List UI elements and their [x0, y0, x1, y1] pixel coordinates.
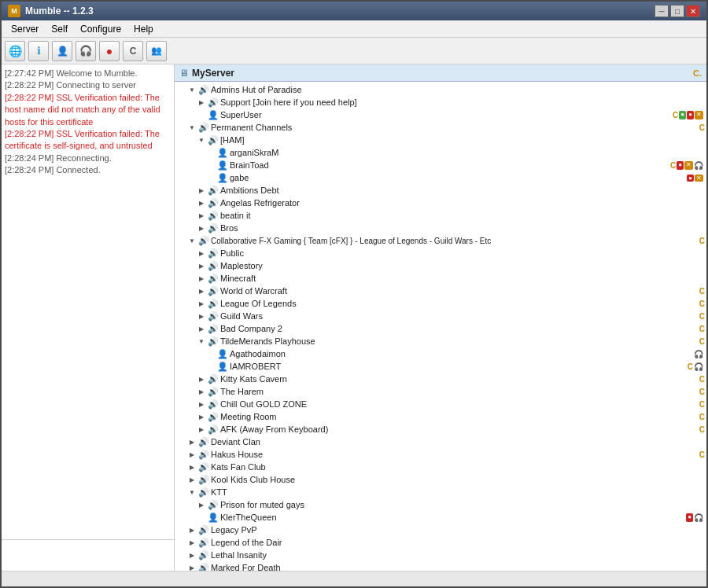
channel-ktt[interactable]: ▼ 🔊 KTT — [175, 486, 706, 498]
server-panel: 🖥 MyServer C. ▼ 🔊 Admins Hut of Paradise… — [175, 64, 706, 571]
globe-button[interactable]: 🌐 — [5, 41, 25, 61]
user-label: arganiSkraM — [230, 148, 705, 157]
channel-support[interactable]: ▶ 🔊 Support [Join here if you need help] — [175, 96, 706, 108]
channel-wow[interactable]: ▶ 🔊 World of Warcraft C — [175, 285, 706, 297]
channel-maplestory[interactable]: ▶ 🔊 Maplestory — [175, 259, 706, 272]
channel-label: Deviant Clan — [211, 437, 705, 447]
chat-input-area[interactable] — [2, 539, 174, 571]
expand-icon: ▶ — [197, 324, 206, 333]
channel-bros[interactable]: ▶ 🔊 Bros — [175, 222, 706, 234]
expand-icon: ▶ — [187, 538, 197, 547]
channel-label: Bad Company 2 — [220, 324, 699, 333]
user-braintoad[interactable]: 👤 BrainToad C ● ✕ 🎧 — [175, 159, 706, 171]
channel-label: TildeMerands Playhouse — [220, 336, 699, 346]
channel-label: Marked For Death — [211, 563, 705, 571]
channel-ham[interactable]: ▼ 🔊 [HAM] — [175, 134, 706, 146]
menu-self[interactable]: Self — [45, 22, 74, 36]
server-tree[interactable]: ▼ 🔊 Admins Hut of Paradise ▶ 🔊 Support [… — [175, 82, 706, 571]
status-bar — [2, 571, 706, 586]
channel-label: Maplestory — [220, 261, 705, 270]
channel-label: Prison for muted gays — [220, 500, 705, 509]
expand-icon: ▶ — [187, 475, 197, 484]
user-label: KlerTheQueen — [220, 513, 686, 522]
menu-server[interactable]: Server — [5, 22, 45, 36]
expand-icon: ▶ — [197, 424, 206, 434]
channel-label: Support [Join here if you need help] — [220, 97, 705, 107]
channel-permanent[interactable]: ▼ 🔊 Permanent Channels C — [175, 121, 706, 134]
channel-minecraft[interactable]: ▶ 🔊 Minecraft — [175, 272, 706, 285]
window-title: Mumble -- 1.2.3 — [25, 6, 94, 17]
channel-lol[interactable]: ▶ 🔊 League Of Legends C — [175, 297, 706, 310]
channel-label: Chill Out GOLD ZONE — [220, 399, 699, 409]
expand-icon: ▼ — [187, 85, 197, 94]
channel-afk[interactable]: ▶ 🔊 AFK (Away From Keyboard) C — [175, 423, 706, 435]
maximize-button[interactable]: □ — [670, 5, 684, 17]
channel-label: Legend of the Dair — [211, 538, 705, 547]
channel-admins-hut[interactable]: ▼ 🔊 Admins Hut of Paradise — [175, 83, 706, 96]
channel-angelas[interactable]: ▶ 🔊 Angelas Refrigerator — [175, 197, 706, 209]
menu-configure[interactable]: Configure — [74, 22, 127, 36]
channel-ambitions[interactable]: ▶ 🔊 Ambitions Debt — [175, 184, 706, 197]
channel-kittykats[interactable]: ▶ 🔊 Kitty Kats Cavern C — [175, 373, 706, 385]
channel-theharem[interactable]: ▶ 🔊 The Harem C — [175, 385, 706, 398]
info-button[interactable]: ℹ — [28, 41, 49, 61]
user-argani[interactable]: 👤 arganiSkraM — [175, 146, 706, 159]
channel-kool-kids[interactable]: ▶ 🔊 Kool Kids Club House — [175, 473, 706, 486]
window-controls: ─ □ ✕ — [655, 5, 700, 17]
user-agathodaimon[interactable]: 👤 Agathodaimon 🎧 — [175, 347, 706, 360]
user-iamrobert[interactable]: 👤 IAMROBERT C 🎧 — [175, 360, 706, 373]
channel-legacy-pvp[interactable]: ▶ 🔊 Legacy PvP — [175, 524, 706, 536]
chat-message: [2:27:42 PM] Welcome to Mumble. — [5, 68, 171, 79]
minimize-button[interactable]: ─ — [655, 5, 669, 17]
user-label: gabe — [230, 173, 687, 182]
channel-hakus[interactable]: ▶ 🔊 Hakus House C — [175, 448, 706, 461]
expand-icon: ▶ — [197, 399, 206, 409]
user-badges: C ● ● ✕ — [673, 111, 705, 119]
channel-deviant[interactable]: ▶ 🔊 Deviant Clan — [175, 435, 706, 448]
expand-icon: ▶ — [197, 97, 206, 107]
channel-lethal[interactable]: ▶ 🔊 Lethal Insanity — [175, 549, 706, 561]
channel-label: Minecraft — [220, 274, 705, 283]
close-button[interactable]: ✕ — [686, 5, 700, 17]
main-content: [2:27:42 PM] Welcome to Mumble. [2:28:22… — [2, 64, 706, 571]
group-button[interactable]: 👥 — [146, 41, 167, 61]
expand-icon: ▶ — [197, 186, 206, 195]
chat-message: [2:28:24 PM] Reconnecting. — [5, 153, 171, 164]
user-klerqueen[interactable]: 👤 KlerTheQueen ● 🎧 — [175, 511, 706, 524]
user-superuser[interactable]: 👤 SuperUser C ● ● ✕ — [175, 108, 706, 121]
expand-icon: ▶ — [197, 248, 206, 258]
chat-message: [2:28:22 PM] SSL Verification failed: Th… — [5, 128, 171, 153]
channel-prison[interactable]: ▶ 🔊 Prison for muted gays — [175, 498, 706, 511]
chat-panel: [2:27:42 PM] Welcome to Mumble. [2:28:22… — [2, 64, 175, 571]
record-button[interactable]: ● — [99, 41, 120, 61]
user-button[interactable]: 👤 — [52, 41, 72, 61]
channel-badco[interactable]: ▶ 🔊 Bad Company 2 C — [175, 322, 706, 335]
expand-icon: ▶ — [187, 462, 197, 472]
channel-tildemerand[interactable]: ▼ 🔊 TildeMerands Playhouse C — [175, 335, 706, 347]
menu-help[interactable]: Help — [127, 22, 160, 36]
channel-kats-fan[interactable]: ▶ 🔊 Kats Fan Club — [175, 461, 706, 473]
expand-icon: ▶ — [187, 525, 197, 535]
headset-button[interactable]: 🎧 — [76, 41, 96, 61]
channel-label: [HAM] — [220, 135, 705, 145]
channel-label: AFK (Away From Keyboard) — [220, 424, 699, 434]
channel-beatin-it[interactable]: ▶ 🔊 beatin it — [175, 209, 706, 222]
channel-legend-dair[interactable]: ▶ 🔊 Legend of the Dair — [175, 536, 706, 549]
chat-message: [2:28:22 PM] SSL Verification failed: Th… — [5, 92, 171, 128]
config-button[interactable]: C — [123, 41, 143, 61]
channel-guildwars[interactable]: ▶ 🔊 Guild Wars C — [175, 310, 706, 322]
expand-icon: ▶ — [197, 274, 206, 283]
spacer — [206, 349, 216, 358]
channel-marked[interactable]: ▶ 🔊 Marked For Death — [175, 561, 706, 571]
channel-meetingroom[interactable]: ▶ 🔊 Meeting Room C — [175, 410, 706, 423]
user-gabe[interactable]: 👤 gabe ● ✕ — [175, 171, 706, 184]
channel-chillout[interactable]: ▶ 🔊 Chill Out GOLD ZONE C — [175, 398, 706, 410]
channel-label: The Harem — [220, 387, 699, 396]
expand-icon: ▶ — [197, 311, 206, 321]
expand-icon: ▶ — [187, 450, 197, 459]
channel-public[interactable]: ▶ 🔊 Public — [175, 247, 706, 259]
expand-icon: ▼ — [197, 336, 206, 346]
chat-input[interactable] — [2, 540, 174, 571]
channel-cfx[interactable]: ▼ 🔊 Collaborative F-X Gaming { Team [cFX… — [175, 234, 706, 247]
toolbar: 🌐 ℹ 👤 🎧 ● C 👥 — [2, 38, 706, 64]
